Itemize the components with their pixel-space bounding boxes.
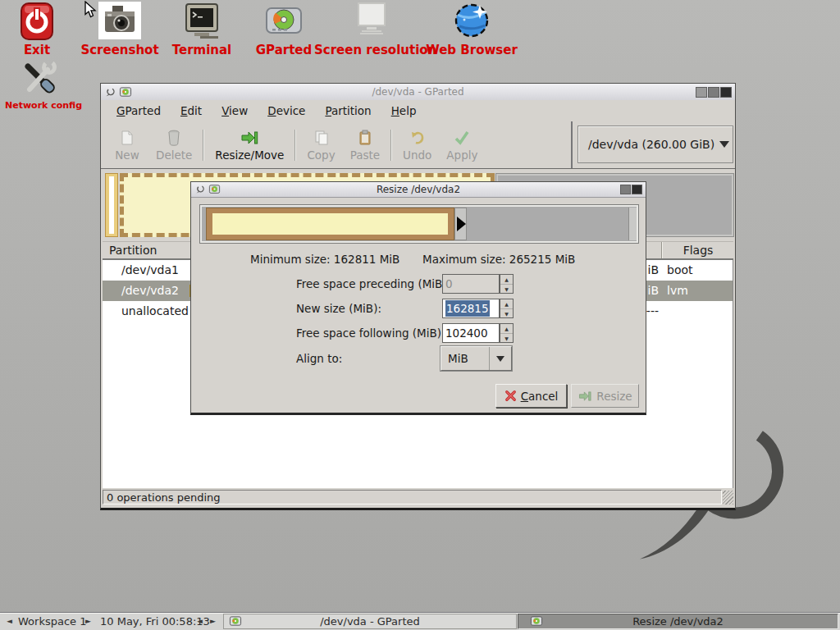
- close-button[interactable]: [720, 87, 732, 98]
- partition-column-header[interactable]: Partition: [109, 244, 157, 257]
- resize-move-icon: [240, 129, 259, 147]
- task-gparted-main[interactable]: /dev/vda - GParted: [223, 614, 517, 629]
- gparted-task-icon: [530, 615, 543, 628]
- cancel-button[interactable]: Cancel: [495, 384, 567, 408]
- dropdown-button[interactable]: [489, 347, 511, 370]
- statusbar: 0 operations pending: [101, 488, 735, 508]
- resize-label: Resize: [596, 390, 632, 403]
- mouse-cursor: [84, 1, 98, 19]
- dialog-titlebar[interactable]: Resize /dev/vda2: [191, 182, 646, 198]
- minimize-button[interactable]: [696, 87, 707, 98]
- menu-device[interactable]: Device: [258, 102, 314, 120]
- dialog-maximize-button[interactable]: [620, 185, 631, 194]
- new-size-spinner[interactable]: [500, 299, 514, 318]
- vda1-block[interactable]: [105, 173, 118, 237]
- status-text: 0 operations pending: [103, 490, 722, 504]
- resize-move-button[interactable]: Resize/Move: [208, 127, 291, 163]
- terminal-icon: [182, 2, 221, 41]
- launcher-label: Exit: [4, 43, 70, 57]
- new-size-label: New size (MiB):: [296, 302, 381, 315]
- monitor-icon: [352, 2, 391, 41]
- workspace-prev-icon[interactable]: ◄: [7, 617, 12, 625]
- menu-gparted[interactable]: GParted: [107, 102, 170, 120]
- align-to-dropdown[interactable]: MiB: [441, 346, 512, 371]
- device-selector-value: /dev/vda (260.00 GiB): [588, 138, 714, 151]
- resize-grip[interactable]: [723, 491, 733, 504]
- task-next-icon[interactable]: ►: [210, 617, 216, 625]
- clock: 10 May, Fri 00:58:13: [100, 615, 210, 628]
- align-to-label: Align to:: [296, 352, 342, 365]
- new-button: New: [106, 127, 148, 163]
- partition-flags: boot: [667, 260, 693, 281]
- menu-help[interactable]: Help: [382, 102, 426, 120]
- maximize-button[interactable]: [708, 87, 719, 98]
- resize-slider: [199, 204, 639, 244]
- cancel-x-icon: [504, 390, 517, 402]
- tools-icon: [19, 59, 58, 98]
- free-preceding-input: 0: [442, 274, 500, 294]
- launcher-web-browser[interactable]: Web Browser: [414, 0, 529, 57]
- workspace-next-icon[interactable]: ►: [85, 617, 91, 625]
- menu-partition[interactable]: Partition: [316, 102, 380, 120]
- paste-button: Paste: [343, 127, 387, 163]
- apply-button: Apply: [439, 127, 485, 163]
- free-following-spinner[interactable]: [500, 323, 514, 343]
- partition-name: unallocated: [103, 304, 189, 317]
- resize-right-handle[interactable]: [454, 208, 467, 240]
- new-size-input[interactable]: 162815: [442, 299, 500, 318]
- task-label: Resize /dev/vda2: [518, 615, 838, 628]
- slider-right-edge: [628, 208, 637, 240]
- taskbar: ◄ Workspace 1 ► 10 May, Fri 00:58:13 ◄ ►…: [0, 612, 840, 630]
- device-section-divider: [571, 121, 573, 168]
- gparted-task-icon: [229, 615, 242, 628]
- paste-icon: [356, 129, 374, 147]
- main-window-titlebar[interactable]: /dev/vda - GParted: [101, 84, 735, 101]
- spin-down-icon: [500, 334, 513, 343]
- launcher-network-config[interactable]: Network config: [5, 57, 72, 111]
- align-to-value: MiB: [441, 352, 468, 365]
- power-icon: [17, 2, 57, 41]
- device-selector[interactable]: /dev/vda (260.00 GiB): [578, 126, 733, 163]
- undo-icon: [409, 129, 427, 147]
- resize-dialog: Resize /dev/vda2 Minimum size: 162811 Mi…: [190, 181, 646, 415]
- free-following-input[interactable]: 102400: [442, 323, 500, 343]
- gparted-icon: [264, 2, 304, 41]
- partition-name: /dev/vda2: [103, 284, 179, 297]
- partition-resize-bar[interactable]: [206, 208, 454, 240]
- maximum-size-label: Maximum size: 265215 MiB: [422, 253, 575, 266]
- partition-fill: [212, 213, 448, 235]
- workspace-label: Workspace 1: [18, 615, 86, 628]
- toolbar-separator: [203, 130, 204, 161]
- vda1-free-space: [109, 176, 114, 234]
- flags-column-header[interactable]: Flags: [663, 244, 733, 257]
- spin-up-icon: [500, 299, 513, 309]
- cancel-label: Cancel: [521, 390, 559, 403]
- spin-down-icon: [500, 285, 513, 294]
- menu-view[interactable]: View: [212, 102, 257, 120]
- new-icon: [118, 129, 136, 147]
- minimum-size-label: Minimum size: 162811 MiB: [250, 253, 399, 266]
- chevron-down-icon: [719, 141, 729, 148]
- task-prev-icon[interactable]: ◄: [197, 617, 203, 625]
- dialog-title: Resize /dev/vda2: [191, 184, 646, 195]
- apply-icon: [453, 129, 471, 147]
- launcher-label: Network config: [5, 100, 72, 111]
- launcher-screen-resolution[interactable]: Screen resolution: [314, 0, 429, 57]
- dialog-close-button[interactable]: [632, 185, 642, 194]
- chevron-down-icon: [496, 356, 504, 362]
- menu-edit[interactable]: Edit: [171, 102, 211, 120]
- task-resize-dialog[interactable]: Resize /dev/vda2: [518, 614, 838, 629]
- free-following-label: Free space following (MiB):: [296, 326, 445, 340]
- spin-down-icon: [500, 309, 513, 318]
- undo-button: Undo: [395, 127, 439, 163]
- partition-name: /dev/vda1: [103, 263, 179, 276]
- resize-arrow-icon: [578, 390, 592, 403]
- launcher-label: Screen resolution: [314, 43, 429, 57]
- free-preceding-label: Free space preceding (MiB):: [296, 277, 450, 290]
- delete-button: Delete: [148, 127, 199, 163]
- launcher-exit[interactable]: Exit: [4, 0, 70, 57]
- main-window-title: /dev/vda - GParted: [101, 86, 735, 98]
- menubar: GParted Edit View Device Partition Help: [101, 100, 735, 122]
- delete-icon: [165, 129, 183, 147]
- partition-flags: lvm: [667, 281, 688, 301]
